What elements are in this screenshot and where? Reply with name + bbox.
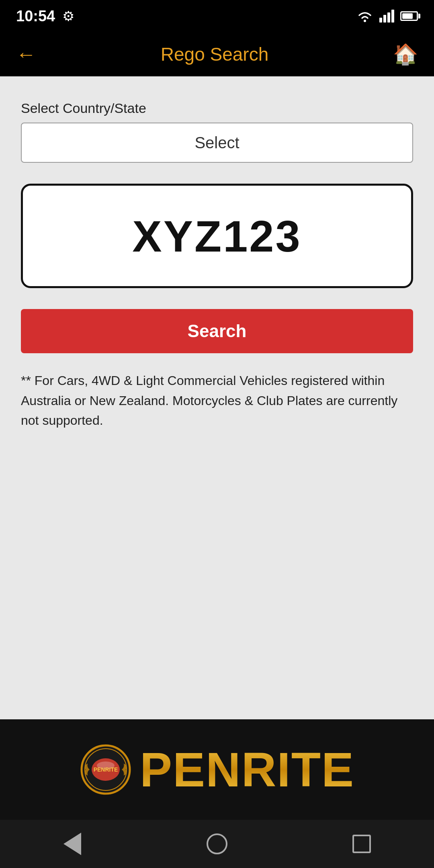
disclaimer-text: ** For Cars, 4WD & Light Commercial Vehi… [21, 371, 413, 431]
battery-icon [400, 11, 418, 21]
android-back-button[interactable] [56, 828, 88, 860]
page-title: Rego Search [161, 43, 269, 65]
svg-text:PENRITE: PENRITE [94, 766, 118, 773]
svg-rect-2 [383, 15, 386, 23]
country-dropdown-value: Select [194, 134, 239, 152]
wifi-icon [356, 10, 374, 23]
penrite-logo-container: PENRITE PENRITE [80, 742, 354, 797]
license-plate-input[interactable]: XYZ123 [21, 184, 413, 288]
signal-icon [379, 10, 395, 23]
back-button[interactable]: ← [16, 43, 36, 66]
gear-icon: ⚙ [62, 8, 74, 24]
penrite-logo-icon: PENRITE [80, 743, 132, 796]
android-recents-button[interactable] [346, 828, 378, 860]
main-content: Select Country/State Select XYZ123 Searc… [0, 76, 434, 719]
search-button[interactable]: Search [21, 309, 413, 353]
android-navigation-bar [0, 820, 434, 868]
country-dropdown[interactable]: Select [21, 123, 413, 163]
footer-brand-name: PENRITE [140, 742, 354, 797]
home-button[interactable]: 🏠 [393, 43, 418, 66]
svg-point-0 [364, 20, 366, 22]
status-left: 10:54 ⚙ [16, 8, 74, 25]
svg-rect-4 [391, 10, 394, 23]
top-navigation: ← Rego Search 🏠 [0, 32, 434, 76]
svg-rect-3 [387, 12, 390, 23]
status-right [356, 10, 418, 23]
status-time: 10:54 [16, 8, 55, 25]
svg-rect-1 [379, 18, 382, 23]
country-label: Select Country/State [21, 100, 413, 116]
search-button-label: Search [188, 321, 247, 341]
android-home-button[interactable] [201, 828, 233, 860]
license-plate-value: XYZ123 [132, 211, 301, 262]
status-bar: 10:54 ⚙ [0, 0, 434, 32]
footer: PENRITE PENRITE [0, 719, 434, 820]
